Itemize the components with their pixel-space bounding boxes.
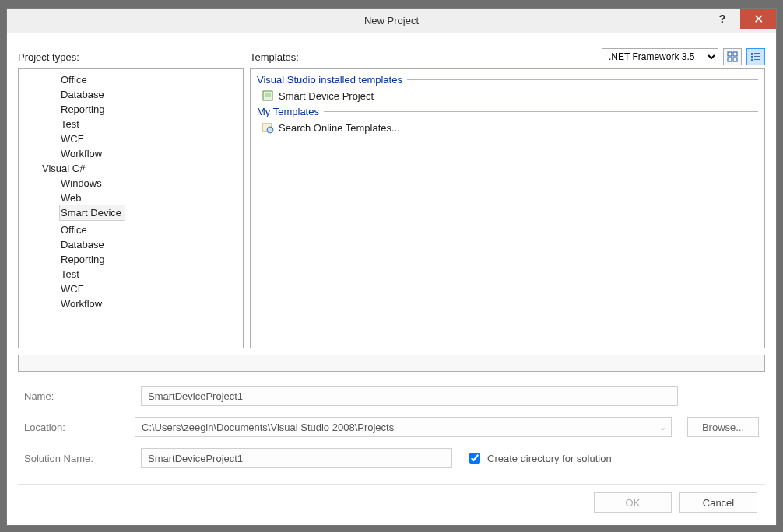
create-directory-checkbox-wrap[interactable]: Create directory for solution	[466, 450, 612, 466]
solution-name-row: Solution Name: Create directory for solu…	[24, 448, 759, 468]
project-types-label: Project types:	[18, 51, 79, 63]
templates-section-my: My Templates	[251, 104, 764, 119]
framework-select[interactable]: .NET Framework 3.5	[602, 48, 718, 65]
name-label: Name:	[24, 390, 141, 402]
templates-header: Templates: .NET Framework 3.5	[250, 48, 765, 65]
templates-toolbar: .NET Framework 3.5	[602, 48, 765, 65]
large-icons-view-button[interactable]	[723, 48, 742, 65]
project-type-item[interactable]: Office	[19, 72, 243, 87]
template-item-label: Smart Device Project	[279, 90, 374, 102]
svg-rect-8	[751, 59, 753, 61]
small-icons-icon	[750, 51, 761, 62]
location-row: Location: C:\Users\zeegin\Documents\Visu…	[24, 417, 759, 437]
project-type-item[interactable]: Test	[19, 117, 243, 131]
templates-label: Templates:	[250, 51, 299, 63]
window-title: New Project	[7, 15, 776, 26]
svg-rect-11	[265, 93, 271, 97]
svg-rect-9	[754, 59, 760, 60]
project-type-item[interactable]: Reporting	[19, 102, 243, 117]
search-online-icon	[262, 121, 274, 134]
project-type-item[interactable]: Workflow	[19, 146, 243, 161]
project-type-item[interactable]: WCF	[19, 282, 243, 296]
svg-rect-3	[733, 58, 737, 61]
location-label: Location:	[24, 422, 135, 433]
new-project-dialog: New Project ? ✕ Project types: OfficeDat…	[6, 8, 777, 526]
project-icon	[262, 89, 274, 102]
title-bar: New Project ? ✕	[7, 9, 776, 33]
create-directory-checkbox[interactable]	[469, 453, 480, 464]
ok-button[interactable]: OK	[594, 492, 672, 513]
templates-list[interactable]: Visual Studio installed templates Smart …	[250, 68, 765, 348]
chevron-down-icon: ⌄	[659, 422, 666, 432]
close-icon: ✕	[753, 12, 764, 26]
svg-point-13	[267, 127, 273, 133]
project-type-item[interactable]: Workflow	[19, 296, 243, 311]
project-types-header: Project types:	[18, 48, 244, 65]
section-title-text: Visual Studio installed templates	[257, 74, 402, 86]
project-types-tree[interactable]: OfficeDatabaseReportingTestWCFWorkflowVi…	[18, 68, 244, 348]
cancel-button[interactable]: Cancel	[679, 492, 757, 513]
help-button[interactable]: ?	[704, 9, 740, 29]
project-type-item[interactable]: Web	[19, 191, 243, 205]
svg-rect-2	[728, 58, 732, 61]
location-value: C:\Users\zeegin\Documents\Visual Studio …	[142, 422, 394, 433]
dialog-buttons: OK Cancel	[18, 492, 765, 517]
large-icons-icon	[727, 51, 738, 62]
svg-rect-7	[754, 56, 760, 57]
svg-rect-5	[754, 53, 760, 54]
browse-button[interactable]: Browse...	[687, 417, 759, 437]
project-type-item[interactable]: Windows	[19, 176, 243, 191]
close-button[interactable]: ✕	[740, 9, 776, 29]
form-area: Name: Location: C:\Users\zeegin\Document…	[18, 386, 765, 479]
description-bar	[18, 355, 765, 372]
project-types-panel: Project types: OfficeDatabaseReportingTe…	[18, 48, 244, 348]
name-input[interactable]	[141, 386, 678, 406]
top-panels: Project types: OfficeDatabaseReportingTe…	[18, 48, 765, 348]
project-type-item[interactable]: Test	[19, 267, 243, 282]
project-type-item[interactable]: Database	[19, 237, 243, 252]
project-type-item[interactable]: Reporting	[19, 252, 243, 267]
help-icon: ?	[719, 12, 726, 25]
templates-panel: Templates: .NET Framework 3.5	[250, 48, 765, 348]
project-type-item[interactable]: Visual C#	[19, 161, 243, 176]
project-type-item[interactable]: Office	[19, 222, 243, 237]
section-title-text: My Templates	[257, 106, 319, 117]
location-combobox[interactable]: C:\Users\zeegin\Documents\Visual Studio …	[135, 417, 672, 437]
templates-section-installed: Visual Studio installed templates	[251, 72, 764, 87]
name-row: Name:	[24, 386, 759, 406]
solution-name-input[interactable]	[141, 448, 452, 468]
dialog-content: Project types: OfficeDatabaseReportingTe…	[7, 33, 776, 525]
project-type-item-selected[interactable]: Smart Device	[59, 205, 125, 221]
template-item-search-online[interactable]: Search Online Templates...	[251, 119, 764, 136]
section-divider	[324, 111, 758, 112]
svg-rect-6	[751, 56, 753, 58]
template-item-smart-device[interactable]: Smart Device Project	[251, 87, 764, 104]
small-icons-view-button[interactable]	[746, 48, 765, 65]
solution-name-label: Solution Name:	[24, 453, 141, 464]
svg-rect-1	[733, 52, 737, 56]
svg-rect-4	[751, 53, 753, 55]
separator	[18, 484, 765, 485]
project-type-item[interactable]: Database	[19, 87, 243, 102]
section-divider	[407, 79, 758, 80]
window-controls: ? ✕	[704, 9, 776, 29]
template-item-label: Search Online Templates...	[279, 122, 400, 134]
svg-rect-0	[728, 52, 732, 56]
create-directory-label: Create directory for solution	[487, 453, 612, 464]
project-type-item[interactable]: WCF	[19, 131, 243, 146]
